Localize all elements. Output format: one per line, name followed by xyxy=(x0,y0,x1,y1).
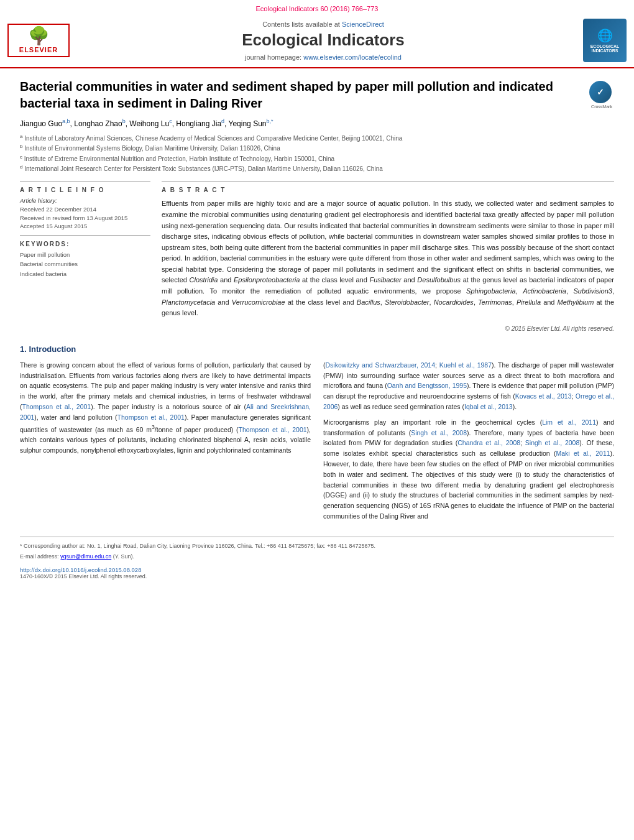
ref-iqbal2013[interactable]: Iqbal et al., 2013 xyxy=(464,403,513,410)
doi-link[interactable]: http://dx.doi.org/10.1016/j.ecolind.2015… xyxy=(20,566,141,573)
journal-title: Ecological Indicators xyxy=(70,30,577,50)
affiliation-b: b Institute of Environmental Systems Bio… xyxy=(20,143,614,153)
homepage-link[interactable]: www.elsevier.com/locate/ecolind xyxy=(303,53,402,61)
history-label: Article history: xyxy=(20,197,150,204)
article-info: A R T I C L E I N F O Article history: R… xyxy=(20,181,150,278)
crossmark-check: ✓ xyxy=(597,87,604,97)
ref-kovacs2013[interactable]: Kovacs et al., 2013 xyxy=(515,392,572,400)
journal-citation: Ecological Indicators 60 (2016) 766–773 xyxy=(256,5,379,12)
article-footer: * Corresponding author at: No. 1, Lingha… xyxy=(20,537,614,579)
copyright-notice: © 2015 Elsevier Ltd. All rights reserved… xyxy=(162,325,614,332)
ref-singh2008a[interactable]: Singh et al., 2008 xyxy=(411,429,467,436)
keywords-title: Keywords: xyxy=(20,241,150,247)
affiliation-a: a Institute of Laboratory Animal Science… xyxy=(20,133,614,143)
article-info-abstract: A R T I C L E I N F O Article history: R… xyxy=(20,181,614,332)
article-body: Bacterial communities in water and sedim… xyxy=(0,68,634,589)
authors-line: Jianguo Guoa,b, Longhao Zhaob, Weihong L… xyxy=(20,118,614,128)
abstract-title: A B S T R A C T xyxy=(162,187,614,193)
ref-maki2011[interactable]: Maki et al., 2011 xyxy=(556,450,610,457)
article-title: Bacterial communities in water and sedim… xyxy=(20,78,583,112)
elsevier-tree-icon: 🌳 xyxy=(28,27,50,45)
journal-center: Contents lists available at ScienceDirec… xyxy=(70,21,577,61)
crossmark-badge[interactable]: ✓ CrossMark xyxy=(589,81,614,109)
email-label: E-mail address: xyxy=(20,553,60,560)
crossmark-label: CrossMark xyxy=(589,104,614,109)
affiliations: a Institute of Laboratory Animal Science… xyxy=(20,133,614,173)
ref-kuehl1987[interactable]: Kuehl et al., 1987 xyxy=(439,361,492,369)
elsevier-label: ELSEVIER xyxy=(11,46,66,53)
left-column: A R T I C L E I N F O Article history: R… xyxy=(20,181,150,332)
ref-dsikowitzky2014[interactable]: Dsikowitzky and Schwarzbauer, 2014 xyxy=(326,361,436,369)
contents-link: Contents lists available at ScienceDirec… xyxy=(70,21,577,28)
sciencedirect-link[interactable]: ScienceDirect xyxy=(342,21,384,28)
journal-logo-right: 🌐 ECOLOGICALINDICATORS xyxy=(577,19,627,62)
article-title-section: Bacterial communities in water and sedim… xyxy=(20,78,614,112)
ref-oanh1995[interactable]: Oanh and Bengtsson, 1995 xyxy=(387,382,467,389)
journal-ref: Ecological Indicators 60 (2016) 766–773 xyxy=(0,5,634,12)
intro-left-col: There is growing concern about the effec… xyxy=(20,360,311,527)
right-column: A B S T R A C T Effluents from paper mil… xyxy=(162,181,614,332)
journal-header: Ecological Indicators 60 (2016) 766–773 … xyxy=(0,0,634,68)
ref-thompson2001a[interactable]: Thompson et al., 2001 xyxy=(22,403,91,410)
keywords-list: Paper mill pollution Bacterial communiti… xyxy=(20,250,150,279)
journal-homepage: journal homepage: www.elsevier.com/locat… xyxy=(70,53,577,61)
rights-line: 1470-160X/© 2015 Elsevier Ltd. All right… xyxy=(20,573,614,579)
intro-right-col: (Dsikowitzky and Schwarzbauer, 2014; Kue… xyxy=(323,360,614,527)
doi-line: http://dx.doi.org/10.1016/j.ecolind.2015… xyxy=(20,566,614,573)
email-line: E-mail address: yqsun@dlmu.edu.cn (Y. Su… xyxy=(20,553,614,561)
intro-right-text-1: (Dsikowitzky and Schwarzbauer, 2014; Kue… xyxy=(323,360,614,412)
journal-banner: 🌳 ELSEVIER Contents lists available at S… xyxy=(0,16,634,67)
article-info-title: A R T I C L E I N F O xyxy=(20,187,150,193)
abstract-text: Effluents from paper mills are highly to… xyxy=(162,198,614,319)
crossmark-icon: ✓ xyxy=(589,81,612,103)
intro-left-text: There is growing concern about the effec… xyxy=(20,360,311,456)
affiliation-d: d International Joint Research Center fo… xyxy=(20,164,614,173)
elsevier-logo: 🌳 ELSEVIER xyxy=(7,24,70,57)
ref-singh2008b[interactable]: Singh et al., 2008 xyxy=(525,439,579,446)
intro-section: 1. Introduction There is growing concern… xyxy=(20,344,614,527)
corresponding-note: * Corresponding author at: No. 1, Lingha… xyxy=(20,542,614,551)
intro-right-text-2: Microorganisms play an important role in… xyxy=(323,417,614,522)
intro-columns: There is growing concern about the effec… xyxy=(20,360,614,527)
eco-indicator-badge: 🌐 ECOLOGICALINDICATORS xyxy=(583,19,627,62)
abstract-section: A B S T R A C T Effluents from paper mil… xyxy=(162,181,614,332)
affiliation-c: c Institute of Extreme Environmental Nut… xyxy=(20,154,614,164)
email-link[interactable]: yqsun@dlmu.edu.cn xyxy=(60,553,111,560)
ref-thompson2001c[interactable]: Thompson et al., 2001 xyxy=(239,425,307,433)
ref-thompson2001b[interactable]: Thompson et al., 2001 xyxy=(117,413,185,421)
received-date: Received 22 December 2014 Received in re… xyxy=(20,205,150,230)
intro-heading: 1. Introduction xyxy=(20,344,614,354)
email-person: (Y. Sun). xyxy=(113,553,134,560)
ref-lim2011[interactable]: Lim et al., 2011 xyxy=(542,418,596,426)
badge-text: ECOLOGICALINDICATORS xyxy=(590,44,620,53)
globe-icon: 🌐 xyxy=(597,28,613,43)
ref-chandra2008[interactable]: Chandra et al., 2008 xyxy=(457,439,520,446)
